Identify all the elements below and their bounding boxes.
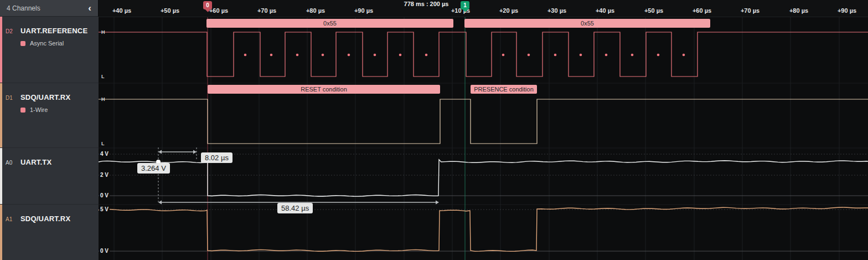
channel-id: A1 bbox=[6, 216, 15, 222]
bit-sample-dot bbox=[657, 54, 660, 57]
ruler-tick-label: +80 µs bbox=[306, 7, 325, 14]
bit-sample-dot bbox=[605, 54, 608, 57]
bit-sample-dot bbox=[554, 54, 557, 57]
channel-count-label: 4 Channels bbox=[7, 4, 40, 12]
channel-color-stripe bbox=[0, 83, 2, 147]
bit-sample-dot bbox=[270, 54, 273, 57]
grid bbox=[99, 17, 868, 260]
waveform-D1[interactable] bbox=[99, 99, 868, 144]
ruler-tick-label: +60 µs bbox=[209, 7, 228, 14]
decode-annotation-bubble[interactable]: PRESENCE condition bbox=[471, 85, 537, 94]
analyzer-color-icon bbox=[20, 108, 25, 113]
channel-color-stripe bbox=[0, 205, 2, 260]
channel-name: SDQ/UART.RX bbox=[20, 215, 70, 223]
bit-sample-dot bbox=[296, 54, 299, 57]
channel-sidebar: 4 Channels ‹ D2 UART.REFERENCE Async Ser… bbox=[0, 0, 99, 260]
analyzer-row[interactable]: 1-Wire bbox=[20, 106, 99, 113]
analyzer-name: Async Serial bbox=[30, 40, 64, 47]
channel-color-stripe bbox=[0, 148, 2, 204]
bit-sample-dot bbox=[244, 54, 247, 57]
channel-name: UART.TX bbox=[20, 158, 51, 166]
ruler-tick-label: +30 µs bbox=[547, 7, 566, 14]
channel-row-d2[interactable]: D2 UART.REFERENCE Async Serial bbox=[0, 17, 99, 83]
channel-color-stripe bbox=[0, 17, 2, 83]
ruler-tick-label: +70 µs bbox=[257, 7, 276, 14]
ruler-tick-label: +40 µs bbox=[596, 7, 614, 14]
ruler-tick-label: +90 µs bbox=[354, 7, 373, 14]
ruler-tick-label: +50 µs bbox=[161, 7, 179, 14]
ruler-tick-label: +50 µs bbox=[644, 7, 663, 14]
ruler-tick-label: +90 µs bbox=[838, 7, 856, 14]
waveform-canvas[interactable] bbox=[0, 0, 868, 260]
ruler-tick-label: +40 µs bbox=[112, 7, 131, 14]
bit-sample-dot bbox=[631, 54, 634, 57]
channel-id: D2 bbox=[6, 28, 15, 34]
bit-sample-dot bbox=[580, 54, 582, 57]
measurement-voltage-label[interactable]: 3.264 V bbox=[137, 163, 170, 174]
timing-marker-flag-1[interactable]: 1 bbox=[461, 1, 469, 9]
waveform-D2[interactable] bbox=[99, 32, 868, 77]
bit-sample-dot bbox=[374, 54, 376, 57]
channel-name: SDQ/UART.RX bbox=[20, 93, 70, 101]
analyzer-color-icon bbox=[20, 41, 25, 46]
channel-id: A0 bbox=[6, 160, 15, 166]
channel-id: D1 bbox=[6, 95, 15, 101]
channel-row-d1[interactable]: D1 SDQ/UART.RX 1-Wire bbox=[0, 83, 99, 148]
logic-analyzer-app: HL0x550x55HLRESET conditionPRESENCE cond… bbox=[0, 0, 868, 260]
timing-marker-flag-0[interactable]: 0 bbox=[203, 1, 212, 9]
channel-name: UART.REFERENCE bbox=[20, 27, 87, 35]
channel-row-a0[interactable]: A0 UART.TX bbox=[0, 148, 99, 205]
analyzer-name: 1-Wire bbox=[30, 106, 48, 113]
ruler-tick-label: +70 µs bbox=[741, 7, 760, 14]
waveform-A0[interactable] bbox=[99, 160, 868, 196]
measurement-width-small-label[interactable]: 8.02 µs bbox=[201, 152, 232, 163]
ruler-tick-label: +60 µs bbox=[693, 7, 711, 14]
decode-annotation-bubble[interactable]: RESET condition bbox=[208, 85, 440, 94]
sidebar-header: 4 Channels ‹ bbox=[0, 0, 98, 17]
ruler-tick-label: +80 µs bbox=[789, 7, 808, 14]
analyzer-row[interactable]: Async Serial bbox=[20, 40, 99, 47]
bit-sample-dot bbox=[528, 54, 530, 57]
bit-sample-dot bbox=[399, 54, 402, 57]
absolute-time-label: 778 ms : 200 µs bbox=[404, 1, 449, 7]
timeline-ruler[interactable]: 778 ms : 200 µs +40 µs+50 µs+60 µs+70 µs… bbox=[0, 0, 868, 17]
bit-sample-dot bbox=[322, 54, 324, 57]
bit-sample-dot bbox=[348, 54, 350, 57]
bit-sample-dot bbox=[425, 54, 428, 57]
bit-sample-dot bbox=[502, 54, 505, 57]
ruler-tick-label: +20 µs bbox=[499, 7, 518, 14]
waveform-A1[interactable] bbox=[99, 207, 868, 251]
decode-annotation-bubble[interactable]: 0x55 bbox=[206, 19, 453, 28]
bit-sample-dot bbox=[683, 54, 685, 57]
collapse-sidebar-icon[interactable]: ‹ bbox=[88, 4, 91, 13]
channel-row-a1[interactable]: A1 SDQ/UART.RX bbox=[0, 205, 99, 260]
measurement-width-large-label[interactable]: 58.42 µs bbox=[277, 203, 313, 213]
decode-annotation-bubble[interactable]: 0x55 bbox=[464, 19, 710, 28]
